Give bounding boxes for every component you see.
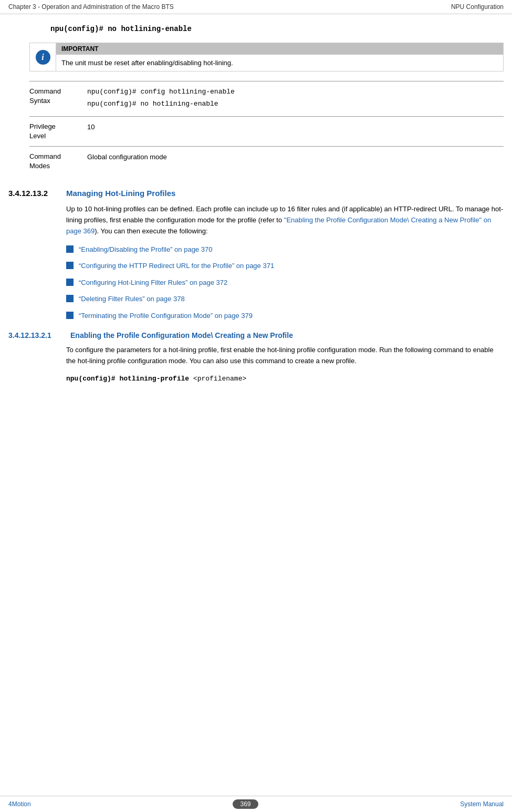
bullet-link-3[interactable]: “Configuring Hot-Lining Filter Rules” on… (79, 277, 227, 288)
command-bold: npu(config)# hotlining-profile (66, 375, 189, 383)
bullet-icon (66, 262, 74, 269)
bullet-link-4[interactable]: “Deleting Filter Rules” on page 378 (79, 294, 185, 304)
privilege-level-label: Privilege Level (29, 122, 87, 141)
list-item: “Terminating the Profile Configuration M… (66, 311, 504, 321)
command-syntax-label: Command Syntax (29, 87, 87, 111)
main-command-title: npu(config)# no hotlining-enable (50, 25, 504, 33)
info-table: Command Syntax npu(config)# config hotli… (29, 81, 504, 176)
page-header: Chapter 3 - Operation and Administration… (0, 0, 512, 14)
list-item: “Deleting Filter Rules” on page 378 (66, 294, 504, 304)
command-modes-label: Command Modes (29, 152, 87, 171)
bullet-link-5[interactable]: “Terminating the Profile Configuration M… (79, 311, 253, 321)
subsection-number: 3.4.12.13.2.1 (8, 331, 66, 340)
bullet-list: “Enabling/Disabling the Profile” on page… (66, 244, 504, 321)
bullet-icon (66, 279, 74, 286)
page-footer: 4Motion 369 System Manual (0, 796, 512, 812)
bullet-link-1[interactable]: “Enabling/Disabling the Profile” on page… (79, 244, 212, 255)
privilege-level-value: 10 (87, 122, 504, 141)
section-number: 3.4.12.13.2 (8, 189, 61, 198)
section-title: Managing Hot-Lining Profiles (66, 189, 175, 198)
important-text: The unit must be reset after enabling/di… (56, 55, 503, 71)
footer-left: 4Motion (8, 800, 31, 808)
header-right: NPU Configuration (451, 3, 504, 11)
important-content: IMPORTANT The unit must be reset after e… (56, 43, 503, 71)
bullet-link-2[interactable]: “Configuring the HTTP Redirect URL for t… (79, 261, 274, 271)
header-left: Chapter 3 - Operation and Administration… (8, 3, 174, 11)
important-box: i IMPORTANT The unit must be reset after… (29, 43, 504, 71)
bullet-icon (66, 245, 74, 253)
privilege-level-row: Privilege Level 10 (29, 116, 504, 146)
section-heading: 3.4.12.13.2 Managing Hot-Lining Profiles (8, 189, 504, 198)
page-number: 369 (233, 799, 258, 809)
list-item: “Enabling/Disabling the Profile” on page… (66, 244, 504, 255)
command-syntax-row: Command Syntax npu(config)# config hotli… (29, 81, 504, 116)
list-item: “Configuring the HTTP Redirect URL for t… (66, 261, 504, 271)
important-icon-col: i (30, 43, 56, 71)
command-normal: <profilename> (189, 375, 246, 383)
bullet-icon (66, 295, 74, 302)
bullet-icon (66, 312, 74, 319)
info-icon: i (36, 50, 50, 65)
command-modes-value: Global configuration mode (87, 152, 504, 171)
command-modes-row: Command Modes Global configuration mode (29, 146, 504, 176)
footer-right: System Manual (460, 800, 504, 808)
subsection-title: Enabling the Profile Configuration Mode\… (70, 331, 293, 340)
subsection-body: To configure the parameters for a hot-li… (66, 345, 504, 367)
subsection-heading: 3.4.12.13.2.1 Enabling the Profile Confi… (8, 331, 504, 340)
command-syntax-value: npu(config)# config hotlining-enable npu… (87, 87, 504, 111)
section-body: Up to 10 hot-lining profiles can be defi… (66, 204, 504, 237)
important-label: IMPORTANT (56, 43, 503, 55)
list-item: “Configuring Hot-Lining Filter Rules” on… (66, 277, 504, 288)
subsection-command: npu(config)# hotlining-profile <profilen… (66, 374, 504, 383)
